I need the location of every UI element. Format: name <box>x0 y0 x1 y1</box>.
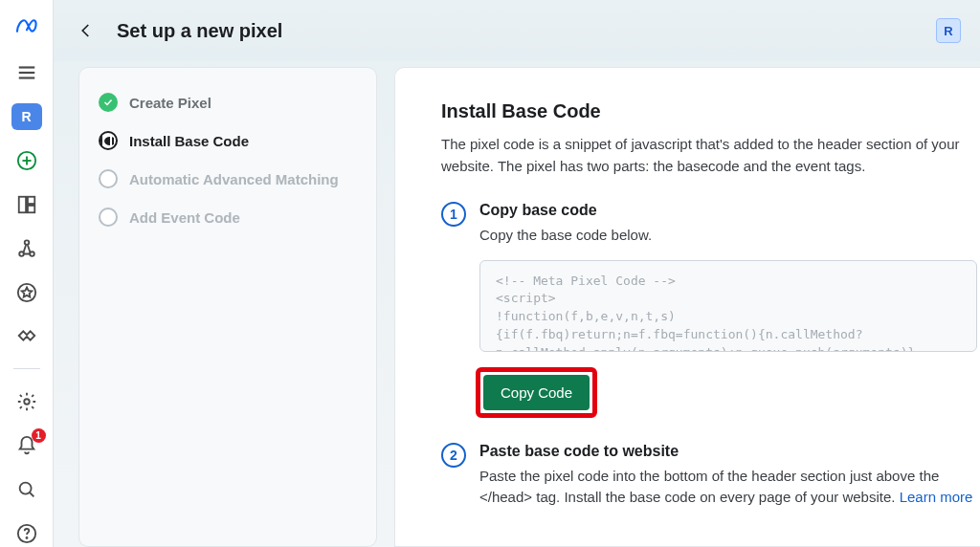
step-create-pixel[interactable]: Create Pixel <box>99 93 357 112</box>
left-icon-rail: R 1 <box>0 0 54 547</box>
svg-line-15 <box>29 492 33 497</box>
back-button[interactable] <box>73 17 100 44</box>
rail-divider <box>13 368 40 369</box>
substep-desc: Paste the pixel code into the bottom of … <box>479 466 977 509</box>
handshake-icon[interactable] <box>11 323 42 350</box>
meta-logo-icon <box>14 13 39 42</box>
svg-point-11 <box>24 240 29 245</box>
substep-title: Copy base code <box>479 202 980 219</box>
step-label: Add Event Code <box>129 209 240 226</box>
step-label: Automatic Advanced Matching <box>129 171 339 187</box>
step-number-1: 1 <box>441 202 466 227</box>
notifications-icon[interactable]: 1 <box>11 432 42 459</box>
svg-point-17 <box>26 537 27 538</box>
page-title: Set up a new pixel <box>117 20 282 42</box>
svg-point-13 <box>24 400 30 405</box>
step-install-base-code[interactable]: Install Base Code <box>99 131 357 150</box>
settings-icon[interactable] <box>11 388 42 415</box>
share-icon[interactable] <box>11 235 42 262</box>
help-icon[interactable] <box>11 520 42 547</box>
substep-copy-base-code: 1 Copy base code Copy the base code belo… <box>441 202 980 247</box>
substep-paste-base-code: 2 Paste base code to website Paste the p… <box>441 443 980 509</box>
copy-code-button[interactable]: Copy Code <box>483 375 590 410</box>
detail-heading: Install Base Code <box>441 100 980 122</box>
pixel-code-box[interactable]: <!-- Meta Pixel Code --> <script> !funct… <box>479 260 977 352</box>
step-label: Install Base Code <box>129 133 249 149</box>
svg-rect-7 <box>27 196 33 203</box>
account-badge[interactable]: R <box>11 103 42 130</box>
detail-panel: Install Base Code The pixel code is a sn… <box>394 67 980 547</box>
check-icon <box>99 93 118 112</box>
highlight-box: Copy Code <box>476 367 597 418</box>
svg-rect-6 <box>18 196 25 212</box>
svg-rect-8 <box>27 206 33 212</box>
empty-circle-icon <box>99 208 118 227</box>
substep-desc: Copy the base code below. <box>479 225 977 247</box>
notification-badge: 1 <box>32 428 46 443</box>
layout-icon[interactable] <box>11 191 42 218</box>
star-icon[interactable] <box>11 279 42 306</box>
substep-title: Paste base code to website <box>479 443 980 460</box>
half-circle-icon <box>99 131 118 150</box>
search-icon[interactable] <box>11 476 42 503</box>
add-icon[interactable] <box>11 147 42 174</box>
step-number-2: 2 <box>441 443 466 468</box>
detail-intro: The pixel code is a snippet of javascrip… <box>441 134 977 177</box>
step-label: Create Pixel <box>129 95 212 111</box>
learn-more-link[interactable]: Learn more <box>900 489 973 505</box>
top-account-badge[interactable]: R <box>936 18 961 43</box>
step-add-event-code[interactable]: Add Event Code <box>99 208 357 227</box>
step-advanced-matching[interactable]: Automatic Advanced Matching <box>99 169 357 188</box>
empty-circle-icon <box>99 169 118 188</box>
top-bar: Set up a new pixel R <box>54 0 980 61</box>
setup-stepper: Create Pixel Install Base Code Automatic… <box>78 67 377 547</box>
substep-desc-text: Paste the pixel code into the bottom of … <box>479 468 939 506</box>
menu-icon[interactable] <box>11 59 42 86</box>
